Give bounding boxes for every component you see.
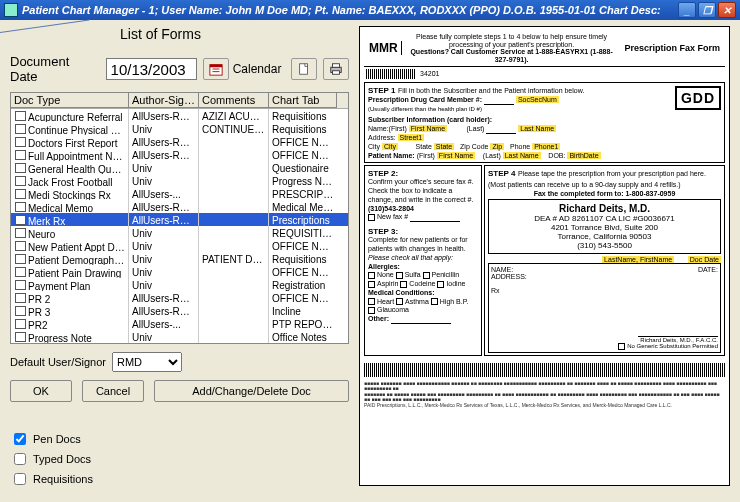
ok-button[interactable]: OK bbox=[10, 380, 72, 402]
table-row[interactable]: Medi Stockings RxAllUsers-...PRESCRIPTIO bbox=[11, 187, 348, 200]
barcode-icon bbox=[366, 69, 416, 79]
table-row[interactable]: New Patient Appt Dr SUnivOFFICE NOTE bbox=[11, 239, 348, 252]
add-change-delete-button[interactable]: Add/Change/Delete Doc bbox=[154, 380, 349, 402]
table-row[interactable]: Progress NoteUnivOffice Notes bbox=[11, 330, 348, 343]
col-chart-tab[interactable]: Chart Tab bbox=[269, 93, 337, 108]
col-author[interactable]: Author-Signor bbox=[129, 93, 199, 108]
print-button[interactable] bbox=[323, 58, 349, 80]
step1-box: GDD STEP 1 Fill in both the Subscriber a… bbox=[364, 82, 725, 164]
left-pane: List of Forms Document Date 10/13/2003 C… bbox=[0, 20, 355, 502]
table-row[interactable]: PR2AllUsers-...PTP REPORT bbox=[11, 317, 348, 330]
col-doc-type[interactable]: Doc Type bbox=[11, 93, 129, 108]
step4-box: STEP 4 Please tape the prescription from… bbox=[484, 165, 725, 355]
minimize-button[interactable]: _ bbox=[678, 2, 696, 18]
table-row[interactable]: Doctors First ReportAllUsers-RMDOFFICE N… bbox=[11, 135, 348, 148]
fine-print: ■■■■■ ■■■■■■■ ■■■■ ■■■■■■■■■■■ ■■■■■■ ■■… bbox=[364, 381, 725, 409]
table-row[interactable]: NeuroUnivREQUISITION bbox=[11, 226, 348, 239]
document-date-label: Document Date bbox=[10, 54, 100, 84]
svg-rect-1 bbox=[210, 65, 222, 68]
app-icon bbox=[4, 3, 18, 17]
new-doc-button[interactable] bbox=[291, 58, 317, 80]
step2-box: STEP 2: Confirm your office's secure fax… bbox=[364, 165, 482, 355]
table-row[interactable]: Merk RxAllUsers-RMDPrescriptions bbox=[11, 213, 348, 226]
table-row[interactable]: PR 2AllUsers-RMDOFFICE NOTE bbox=[11, 291, 348, 304]
barcode-row: 34201 bbox=[364, 67, 725, 81]
requisitions-checkbox[interactable] bbox=[14, 473, 26, 485]
table-row[interactable]: Acupuncture ReferralAllUsers-RMDAZIZI AC… bbox=[11, 109, 348, 122]
default-signor-select[interactable]: RMD bbox=[112, 352, 182, 372]
calendar-icon bbox=[209, 62, 223, 76]
typed-docs-check[interactable]: Typed Docs bbox=[10, 450, 349, 468]
grid-body[interactable]: Acupuncture ReferralAllUsers-RMDAZIZI AC… bbox=[11, 109, 348, 343]
form-preview: MMR Please fully complete steps 1 to 4 b… bbox=[359, 26, 730, 486]
table-row[interactable]: Medical MemoAllUsers-RMDMedical Memo bbox=[11, 200, 348, 213]
doctor-info: Richard Deits, M.D. DEA # AD 8261107 CA … bbox=[488, 199, 721, 254]
page-icon bbox=[297, 62, 311, 76]
svg-rect-6 bbox=[333, 64, 340, 68]
cancel-button[interactable]: Cancel bbox=[82, 380, 144, 402]
close-button[interactable]: ✕ bbox=[718, 2, 736, 18]
pen-docs-check[interactable]: Pen Docs bbox=[10, 430, 349, 448]
title-bar: Patient Chart Manager - 1; User Name: Jo… bbox=[0, 0, 740, 20]
grid-header: Doc Type Author-Signor Comments Chart Ta… bbox=[11, 93, 348, 109]
bottom-barcode bbox=[364, 363, 725, 377]
printer-icon bbox=[329, 62, 343, 76]
table-row[interactable]: Payment PlanUnivRegistration bbox=[11, 278, 348, 291]
list-of-forms-heading: List of Forms bbox=[120, 26, 349, 42]
forms-grid: Doc Type Author-Signor Comments Chart Ta… bbox=[10, 92, 349, 344]
window-title: Patient Chart Manager - 1; User Name: Jo… bbox=[22, 4, 661, 16]
table-row[interactable]: General Health Ques...UnivQuestionaire bbox=[11, 161, 348, 174]
table-row[interactable]: Continue Physical Th...UnivCONTINUE P...… bbox=[11, 122, 348, 135]
table-row[interactable]: Patient Demographic...UnivPATIENT DE...R… bbox=[11, 252, 348, 265]
calendar-label: Calendar bbox=[233, 62, 282, 76]
gdd-box: GDD bbox=[675, 86, 721, 110]
calendar-icon-button[interactable] bbox=[203, 58, 229, 80]
barcode-number: 34201 bbox=[420, 70, 439, 77]
form-title: Prescription Fax Form bbox=[621, 43, 723, 53]
rx-field: NAME: DATE: ADDRESS: Rx Richard Deits, M… bbox=[488, 263, 721, 353]
requisitions-check[interactable]: Requisitions bbox=[10, 470, 349, 488]
svg-rect-7 bbox=[333, 71, 340, 75]
table-row[interactable]: Jack Frost FootballUnivProgress Note bbox=[11, 174, 348, 187]
col-comments[interactable]: Comments bbox=[199, 93, 269, 108]
right-pane: MMR Please fully complete steps 1 to 4 b… bbox=[355, 20, 740, 502]
table-row[interactable]: Patient Pain DrawingUnivOFFICE NOTE bbox=[11, 265, 348, 278]
table-row[interactable]: Full Appointment NewAllUsers-RMDOFFICE N… bbox=[11, 148, 348, 161]
brand-logo: MMR bbox=[366, 41, 402, 55]
typed-docs-checkbox[interactable] bbox=[14, 453, 26, 465]
maximize-button[interactable]: ❐ bbox=[698, 2, 716, 18]
document-date-input[interactable]: 10/13/2003 bbox=[106, 58, 197, 80]
table-row[interactable]: PR 3AllUsers-RMDIncline bbox=[11, 304, 348, 317]
default-signor-label: Default User/Signor bbox=[10, 356, 106, 368]
pen-docs-checkbox[interactable] bbox=[14, 433, 26, 445]
top-message: Please fully complete steps 1 to 4 below… bbox=[402, 33, 622, 64]
svg-rect-4 bbox=[300, 64, 308, 75]
decor-line bbox=[0, 19, 89, 33]
